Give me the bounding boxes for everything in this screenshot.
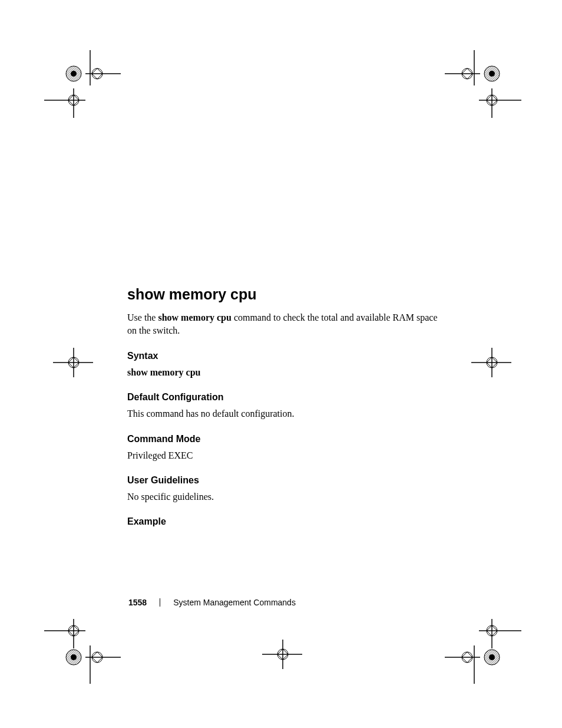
user-guidelines-text: No specific guidelines. xyxy=(127,490,439,503)
svg-point-14 xyxy=(489,71,495,77)
section-title: show memory cpu xyxy=(127,286,439,303)
intro-prefix: Use the xyxy=(127,312,158,322)
user-guidelines-heading: User Guidelines xyxy=(127,475,439,486)
crop-mark-top-left xyxy=(44,50,127,121)
syntax-heading: Syntax xyxy=(127,351,439,361)
footer-divider xyxy=(160,598,160,607)
crop-mark-left-mid xyxy=(53,348,94,377)
default-config-text: This command has no default configuratio… xyxy=(127,407,439,420)
example-heading: Example xyxy=(127,516,439,527)
syntax-text: show memory cpu xyxy=(127,366,439,379)
chapter-title: System Management Commands xyxy=(173,598,296,607)
intro-bold-command: show memory cpu xyxy=(158,312,231,322)
intro-paragraph: Use the show memory cpu command to check… xyxy=(127,311,439,338)
page-footer: 1558 System Management Commands xyxy=(128,598,296,607)
svg-point-23 xyxy=(71,654,77,660)
command-mode-heading: Command Mode xyxy=(127,434,439,444)
page-number: 1558 xyxy=(128,598,147,607)
crop-mark-bottom-left xyxy=(44,619,127,690)
crop-mark-right-mid xyxy=(471,348,513,377)
crop-mark-top-right xyxy=(439,50,521,121)
document-content: show memory cpu Use the show memory cpu … xyxy=(127,286,439,532)
default-config-heading: Default Configuration xyxy=(127,392,439,403)
crop-mark-bottom-right xyxy=(439,619,521,690)
svg-point-35 xyxy=(489,654,495,660)
command-mode-text: Privileged EXEC xyxy=(127,449,439,462)
crop-mark-bottom-mid xyxy=(262,640,303,669)
svg-point-2 xyxy=(71,71,77,77)
